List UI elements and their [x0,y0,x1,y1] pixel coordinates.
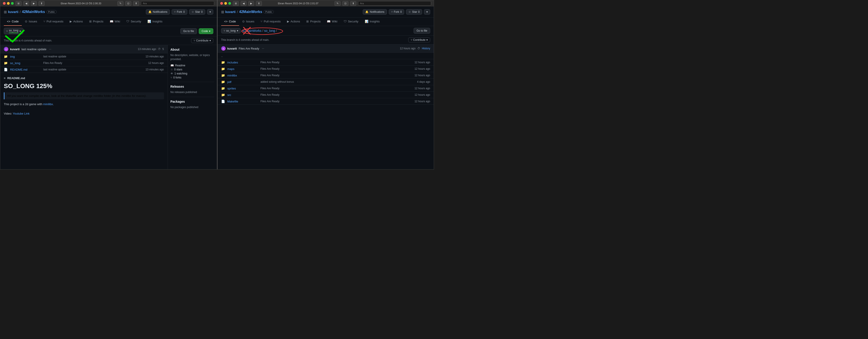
repo-owner-right[interactable]: kuvarti [225,10,236,14]
commit-username-left[interactable]: kuvarti [10,48,20,51]
tab-security-right[interactable]: 🛡 Security [341,18,362,26]
file-name-src[interactable]: src [227,93,259,96]
file-time-maps: 12 hours ago [414,67,430,70]
tab-actions-left[interactable]: ▶ Actions [66,18,86,26]
sidebar-toggle-right[interactable]: ⊞ [233,1,239,6]
tab-pullrequests-right[interactable]: ⑂ Pull requests [257,18,284,26]
file-time-pdf: 4 days ago [417,80,430,83]
contribute-button-left[interactable]: ⑂ Contribute ▾ [191,38,213,43]
tab-insights-right[interactable]: 📊 Insights [362,18,383,26]
tab-actions-right[interactable]: ▶ Actions [284,18,303,26]
contribute-button-right[interactable]: ⑂ Contribute ▾ [408,37,430,43]
minilibx-link[interactable]: minilibx [43,103,53,106]
file-commit-readme: last readme update [41,68,146,71]
repo-actions-left: 🔔 Notifications ⑂ Fork 0 ☆ Star 0 ▾ [146,9,213,15]
file-name-makefile[interactable]: Makefile [227,100,259,103]
edit-button[interactable]: ✎ [117,1,123,6]
tab-pullrequests-left[interactable]: ⑂ Pull requests [40,18,66,26]
maximize-button[interactable] [11,2,14,5]
file-name-sprites[interactable]: sprites [227,87,259,90]
edit-button-right[interactable]: ✎ [335,1,341,6]
tab-issues-left[interactable]: ⊙ Issues [22,18,40,26]
repo-owner-left[interactable]: kuvarti [8,10,19,14]
history-link-right[interactable]: History [422,47,430,50]
notifications-button-right[interactable]: 🔔 Notifications [363,9,387,15]
go-to-file-button-left[interactable]: Go to file [180,28,197,34]
file-name-includes[interactable]: includes [227,61,259,64]
branch-name-left: so_long [9,29,19,33]
maximize-button-right[interactable] [228,2,231,5]
tab-wiki-right[interactable]: 📖 Wiki [324,18,341,26]
breadcrumb-row-right: ⑂ so_long ▾ 42MainWorks / so_long / [218,26,434,36]
tab-code-right[interactable]: <> Code [221,18,239,26]
tab-insights-left[interactable]: 📊 Insights [144,18,165,26]
file-row-minilibx[interactable]: 📁 minilibx Files Are Ready 12 hours ago [218,72,434,79]
file-row-src[interactable]: 📁 src Files Are Ready 12 hours ago [218,92,434,98]
commit-message-right: Files Are Ready [239,47,259,50]
file-row-img[interactable]: 📁 img last readme update 13 minutes ago [0,53,167,60]
forward-button[interactable]: ▶ [31,1,37,6]
window-title-left: Ekran Resmi 2022-04-13 ÖS 2.00.33 [46,2,116,5]
breadcrumb-folder-right[interactable]: so_long [264,29,275,32]
repo-name-left[interactable]: 42MainWorks [22,10,45,14]
tab-projects-left[interactable]: ⊞ Projects [86,18,107,26]
repo-name-right[interactable]: 42MainWorks [239,10,262,14]
tab-security-left[interactable]: 🛡 Security [123,18,144,26]
notifications-button-left[interactable]: 🔔 Notifications [146,9,170,15]
watching-stat-left[interactable]: 👁 1 watching [170,72,214,75]
file-name-maps[interactable]: maps [227,67,259,70]
close-button-right[interactable] [220,2,223,5]
file-row-readme[interactable]: 📄 README.md last readme update 13 minute… [0,66,167,73]
share-button-right[interactable]: ⬆ [256,1,262,6]
star-button-right[interactable]: ☆ Star 0 [406,9,422,15]
forks-stat-left[interactable]: ⑂ 0 forks [170,76,214,79]
search-input-left[interactable] [141,1,214,6]
code-button-left[interactable]: Code ▾ [199,28,213,34]
sidebar-toggle[interactable]: ⊞ [16,1,22,6]
file-name-pdf[interactable]: pdf [227,80,259,84]
minimize-button-right[interactable] [224,2,227,5]
back-button[interactable]: ◀ [23,1,29,6]
back-button-right[interactable]: ◀ [241,1,246,6]
repo-title-left: ⊞ kuvarti / 42MainWorks Public [4,10,57,14]
options-button-right[interactable]: ▾ [424,9,430,15]
go-to-file-button-right[interactable]: Go to file [413,28,430,34]
minimize-button[interactable] [7,2,10,5]
file-name-img[interactable]: img [10,55,41,58]
file-row-sprites[interactable]: 📁 sprites Files Are Ready 12 hours ago [218,85,434,92]
tab-code-left[interactable]: <> Code [4,18,22,26]
branch-selector-right[interactable]: ⑂ so_long ▾ [221,28,241,33]
tab-wiki-left[interactable]: 📖 Wiki [107,18,123,26]
fork-button-left[interactable]: ⑂ Fork 0 [172,9,187,15]
close-button[interactable] [3,2,6,5]
file-row-pdf[interactable]: 📁 pdf added solong without bonus 4 days … [218,79,434,85]
share-button[interactable]: ⬆ [38,1,44,6]
commit-meta-left: 13 minutes ago ⏱ 5 [138,48,164,51]
file-name-readme[interactable]: README.md [10,68,41,71]
file-row-includes[interactable]: 📁 includes Files Are Ready 12 hours ago [218,59,434,66]
releases-title-left: Releases [170,85,214,88]
search-input-right[interactable] [358,1,431,6]
file-name-solong[interactable]: so_long [10,61,41,65]
parent-dir-row[interactable]: .. [218,53,434,59]
view-toggle[interactable]: ⊡ [125,1,131,6]
share-button2[interactable]: ⬆ [133,1,139,6]
file-name-minilibx[interactable]: minilibx [227,74,259,77]
view-toggle-right[interactable]: ⊡ [342,1,348,6]
options-button-left[interactable]: ▾ [207,9,213,15]
commit-username-right[interactable]: kuvarti [227,47,237,50]
share-button2-right[interactable]: ⬆ [350,1,356,6]
forward-button-right[interactable]: ▶ [248,1,254,6]
main-area-left: k kuvarti last readme update ··· 13 minu… [0,45,217,169]
file-row-maps[interactable]: 📁 maps Files Are Ready 12 hours ago [218,66,434,72]
youtube-link-left[interactable]: Youtube Link [13,112,30,115]
file-row-makefile[interactable]: 📄 Makefile Files Are Ready 12 hours ago [218,98,434,105]
star-button-left[interactable]: ☆ Star 0 [189,9,205,15]
stars-stat-left[interactable]: ☆ 0 stars [170,68,214,71]
tab-projects-right[interactable]: ⊞ Projects [303,18,324,26]
fork-button-right[interactable]: ⑂ Fork 0 [389,9,404,15]
file-row-solong[interactable]: 📁 so_long Files Are Ready 12 hours ago [0,60,167,66]
tab-issues-right[interactable]: ⊙ Issues [239,18,258,26]
folder-icon-src: 📁 [221,93,226,96]
branch-selector-left[interactable]: ⑂ so_long ▾ [4,28,23,34]
